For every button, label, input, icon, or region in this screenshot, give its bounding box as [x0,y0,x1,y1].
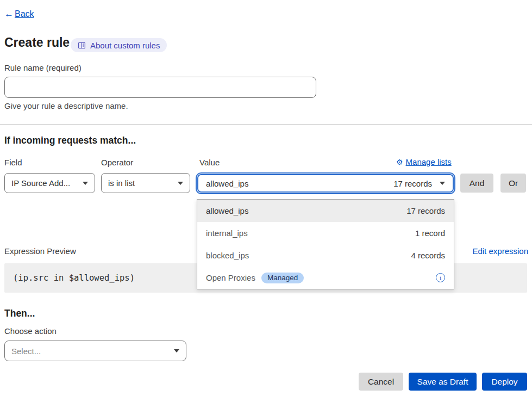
edit-expression-link[interactable]: Edit expression [472,246,528,256]
list-option-count: 1 record [415,228,445,238]
about-custom-rules-link[interactable]: About custom rules [71,38,167,52]
list-option-name: blocked_ips [206,251,249,260]
chevron-down-icon [178,182,183,185]
list-option-allowed-ips[interactable]: allowed_ips 17 records [197,200,454,222]
list-option-open-proxies[interactable]: Open Proxies Managed i [197,267,454,289]
create-rule-page: ← Back Create rule About custom rules Ru… [0,0,532,402]
save-as-draft-button[interactable]: Save as Draft [409,373,477,391]
value-select-name: allowed_ips [206,179,248,188]
info-icon[interactable]: i [436,273,445,282]
field-label: Field [4,158,22,167]
field-select-value: IP Source Add... [11,178,70,188]
cancel-button[interactable]: Cancel [359,373,403,391]
action-select[interactable]: Select... [4,341,186,361]
chevron-down-icon [440,182,445,185]
section-divider [0,124,532,125]
value-select-count: 17 records [393,179,432,188]
gear-icon: ⚙ [396,158,403,166]
deploy-button[interactable]: Deploy [482,373,527,391]
about-custom-rules-label: About custom rules [90,41,160,50]
or-button[interactable]: Or [500,174,526,193]
chevron-down-icon [174,349,179,352]
chevron-down-icon [83,182,88,185]
expression-preview-label: Expression Preview [4,246,76,256]
back-link[interactable]: ← Back [4,9,34,20]
book-icon [78,41,86,50]
page-title: Create rule [4,35,70,50]
list-option-count: 17 records [406,206,445,215]
back-arrow-icon: ← [4,9,14,20]
list-option-internal-ips[interactable]: internal_ips 1 record [197,222,454,244]
list-option-blocked-ips[interactable]: blocked_ips 4 records [197,244,454,267]
value-label: Value [199,158,220,167]
list-option-name: internal_ips [206,228,248,238]
operator-select-value: is in list [108,178,135,188]
and-button[interactable]: And [460,174,493,193]
list-option-name: Open Proxies [206,273,255,282]
list-option-count: 4 records [411,251,445,260]
list-option-name: allowed_ips [206,206,248,215]
field-select[interactable]: IP Source Add... [4,173,95,193]
operator-label: Operator [101,158,133,167]
action-select-placeholder: Select... [11,347,41,356]
manage-lists-link[interactable]: ⚙ Manage lists [396,157,452,166]
back-link-label: Back [15,9,34,19]
then-section-heading: Then... [4,308,35,319]
managed-badge: Managed [261,273,304,283]
value-dropdown-menu: allowed_ips 17 records internal_ips 1 re… [197,199,454,289]
value-select[interactable]: allowed_ips 17 records [197,174,454,193]
rule-name-helper: Give your rule a descriptive name. [4,101,128,110]
operator-select[interactable]: is in list [101,173,190,193]
rule-name-input[interactable] [4,77,316,98]
choose-action-label: Choose action [4,326,57,336]
manage-lists-label: Manage lists [406,157,452,166]
rule-name-label: Rule name (required) [4,63,82,72]
match-section-heading: If incoming requests match... [4,135,136,146]
